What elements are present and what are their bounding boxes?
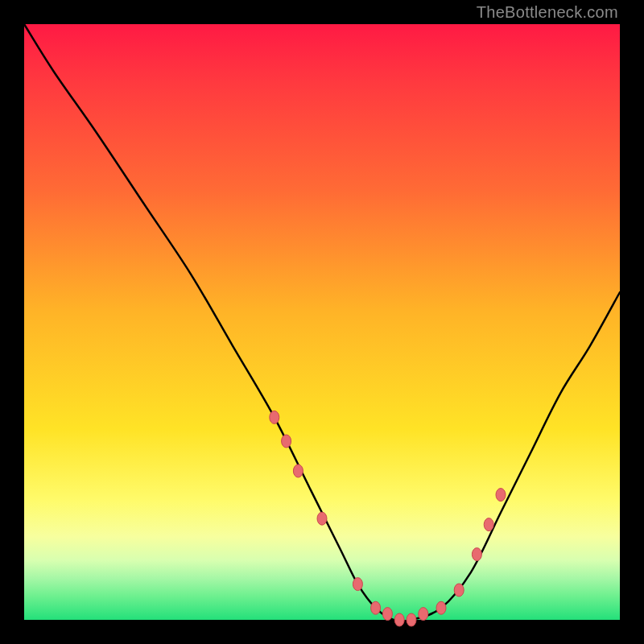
marker-point bbox=[353, 578, 362, 591]
marker-point bbox=[436, 601, 446, 614]
marker-point bbox=[496, 489, 506, 502]
watermark-text: TheBottleneck.com bbox=[477, 3, 618, 22]
marker-point bbox=[382, 608, 392, 621]
marker-point bbox=[293, 464, 303, 477]
marker-point bbox=[270, 411, 279, 423]
marker-point bbox=[419, 608, 428, 621]
plot-area bbox=[24, 24, 620, 620]
marker-point bbox=[407, 613, 416, 626]
marker-point bbox=[472, 548, 481, 561]
marker-point bbox=[317, 512, 327, 525]
marker-point bbox=[282, 435, 291, 448]
chart-svg bbox=[24, 24, 620, 620]
chart-frame: TheBottleneck.com bbox=[0, 0, 644, 644]
marker-point bbox=[394, 613, 404, 626]
marker-point bbox=[371, 601, 381, 614]
bottleneck-curve bbox=[24, 24, 620, 621]
highlight-markers bbox=[270, 411, 506, 626]
marker-point bbox=[484, 518, 493, 531]
marker-point bbox=[454, 584, 464, 597]
